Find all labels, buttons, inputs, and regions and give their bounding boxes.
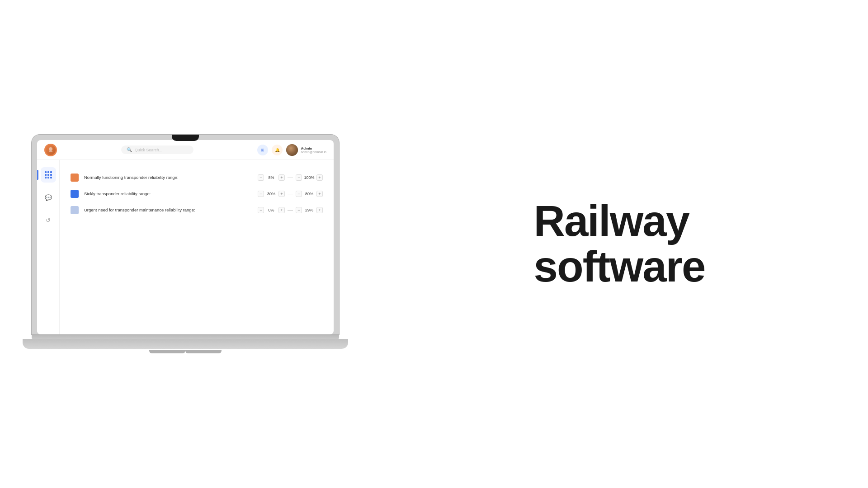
- max-decrease-btn-3[interactable]: −: [296, 207, 302, 213]
- message-icon: 💬: [45, 194, 52, 201]
- min-value-2: 30%: [266, 192, 277, 196]
- sidebar-item-dashboard[interactable]: [41, 167, 56, 183]
- range-controls-normal: − 8% + − 100% +: [258, 174, 323, 181]
- laptop-bottom: [23, 339, 348, 349]
- laptop-notch: [172, 135, 199, 141]
- laptop-base: [32, 334, 339, 353]
- notification-icon-btn[interactable]: ⊞: [257, 145, 268, 155]
- app-logo: [44, 144, 57, 156]
- brand-text: Railway software: [534, 198, 705, 290]
- laptop-bezel: 🔍 Quick Search... ⊞ 🔔: [32, 135, 339, 334]
- min-decrease-btn-3[interactable]: −: [258, 207, 264, 213]
- range-separator-3: [288, 210, 293, 211]
- range-separator-1: [288, 178, 293, 178]
- reliability-section: Normally functioning transponder reliabi…: [71, 174, 323, 214]
- min-increase-btn-1[interactable]: +: [278, 174, 285, 181]
- laptop-foot-right: [185, 350, 222, 353]
- range-separator-2: [288, 194, 293, 194]
- max-value-1: 100%: [304, 175, 315, 180]
- row-label-urgent: Urgent need for transponder maintenance …: [84, 207, 252, 213]
- max-increase-btn-1[interactable]: +: [316, 174, 323, 181]
- sidebar-item-history[interactable]: ↺: [41, 212, 56, 228]
- laptop-hinge: [32, 334, 339, 339]
- sidebar-item-messages[interactable]: 💬: [41, 190, 56, 205]
- logo-area: [44, 144, 57, 156]
- user-name: Admin: [301, 146, 326, 150]
- table-row: Sickly transponder reliability range: − …: [71, 190, 323, 198]
- svg-rect-1: [49, 151, 52, 152]
- laptop-container: 🔍 Quick Search... ⊞ 🔔: [0, 0, 371, 488]
- brand-line2: software: [534, 244, 705, 290]
- header-right: ⊞ 🔔 Admin admin@d: [257, 144, 326, 156]
- avatar-image: [286, 144, 298, 156]
- user-text: Admin admin@domain.in: [301, 146, 326, 154]
- grid-icon: ⊞: [261, 148, 264, 152]
- min-decrease-btn-1[interactable]: −: [258, 174, 264, 181]
- laptop-screen: 🔍 Quick Search... ⊞ 🔔: [37, 140, 334, 334]
- row-label-normal: Normally functioning transponder reliabi…: [84, 175, 252, 180]
- content-area: Normally functioning transponder reliabi…: [60, 160, 334, 334]
- color-swatch-blue: [71, 190, 79, 198]
- header: 🔍 Quick Search... ⊞ 🔔: [37, 140, 334, 160]
- max-value-3: 29%: [304, 208, 315, 212]
- min-value-1: 8%: [266, 175, 277, 180]
- max-increase-btn-2[interactable]: +: [316, 191, 323, 197]
- color-swatch-light-blue: [71, 206, 79, 214]
- max-decrease-btn-1[interactable]: −: [296, 174, 302, 181]
- laptop: 🔍 Quick Search... ⊞ 🔔: [32, 135, 339, 353]
- alert-icon-btn[interactable]: 🔔: [272, 145, 283, 155]
- min-value-3: 0%: [266, 208, 277, 212]
- history-icon: ↺: [46, 217, 51, 224]
- app-ui: 🔍 Quick Search... ⊞ 🔔: [37, 140, 334, 334]
- min-increase-btn-2[interactable]: +: [278, 191, 285, 197]
- max-increase-btn-3[interactable]: +: [316, 207, 323, 213]
- row-label-sickly: Sickly transponder reliability range:: [84, 191, 252, 197]
- right-content: Railway software: [371, 180, 868, 308]
- range-controls-sickly: − 30% + − 80% +: [258, 191, 323, 197]
- brand-line1: Railway: [534, 198, 705, 244]
- max-value-2: 80%: [304, 192, 315, 196]
- min-decrease-btn-2[interactable]: −: [258, 191, 264, 197]
- min-increase-btn-3[interactable]: +: [278, 207, 285, 213]
- table-row: Normally functioning transponder reliabi…: [71, 174, 323, 182]
- logo-inner: [46, 145, 56, 155]
- laptop-foot-left: [149, 350, 185, 353]
- table-row: Urgent need for transponder maintenance …: [71, 206, 323, 214]
- color-swatch-orange: [71, 174, 79, 182]
- svg-point-0: [49, 147, 52, 151]
- main-layout: 💬 ↺ Normall: [37, 160, 334, 334]
- bell-icon: 🔔: [275, 148, 280, 152]
- user-email: admin@domain.in: [301, 150, 326, 154]
- search-bar[interactable]: 🔍 Quick Search...: [121, 145, 193, 154]
- search-icon: 🔍: [127, 147, 132, 152]
- user-avatar: [286, 144, 298, 156]
- sidebar: 💬 ↺: [37, 160, 60, 334]
- user-info: Admin admin@domain.in: [286, 144, 326, 156]
- max-decrease-btn-2[interactable]: −: [296, 191, 302, 197]
- range-controls-urgent: − 0% + − 29% +: [258, 207, 323, 213]
- dots-grid-icon: [45, 171, 52, 178]
- search-placeholder: Quick Search...: [135, 148, 163, 152]
- laptop-feet: [122, 350, 249, 353]
